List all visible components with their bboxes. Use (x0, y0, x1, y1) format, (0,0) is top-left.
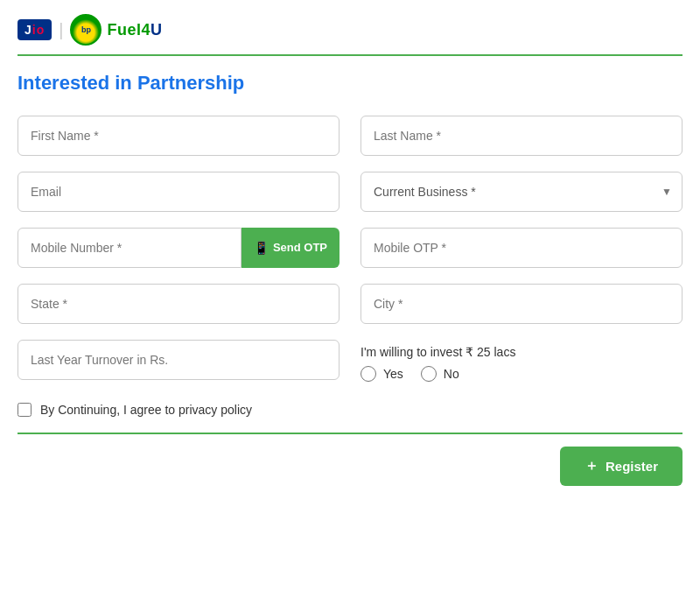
invest-no-text: No (444, 367, 459, 381)
send-otp-label: Send OTP (273, 241, 327, 256)
invest-yes-label[interactable]: Yes (360, 366, 403, 382)
mobile-number-field: 📱 Send OTP (18, 228, 340, 268)
send-otp-button[interactable]: 📱 Send OTP (242, 228, 340, 268)
bottom-bar: ＋ Register (18, 433, 682, 486)
bp-circle-logo: bp (70, 14, 102, 46)
email-input[interactable] (18, 172, 340, 212)
last-name-field (360, 116, 682, 156)
plus-icon: ＋ (584, 457, 598, 475)
bp-logo-wrapper: bp Fuel4U (70, 14, 162, 46)
privacy-checkbox[interactable] (18, 403, 32, 417)
current-business-field: Current Business * Retail Wholesale Manu… (360, 172, 682, 212)
invest-no-label[interactable]: No (421, 366, 459, 382)
form-grid-top: Current Business * Retail Wholesale Manu… (18, 116, 682, 324)
turnover-field (18, 340, 340, 387)
privacy-label: By Continuing, I agree to privacy policy (40, 403, 252, 417)
turnover-input[interactable] (18, 340, 340, 380)
privacy-checkbox-row: By Continuing, I agree to privacy policy (18, 403, 682, 417)
register-label: Register (606, 459, 658, 474)
mobile-otp-field (360, 228, 682, 268)
turnover-invest-row: I'm willing to invest ₹ 25 lacs Yes No (18, 340, 682, 387)
last-name-input[interactable] (360, 116, 682, 156)
page-title: Interested in Partnership (18, 72, 682, 95)
phone-icon: 📱 (254, 240, 269, 256)
logo-divider: | (59, 20, 63, 40)
current-business-select[interactable]: Current Business * Retail Wholesale Manu… (360, 172, 682, 212)
invest-yes-radio[interactable] (360, 366, 376, 382)
invest-section: I'm willing to invest ₹ 25 lacs Yes No (360, 340, 682, 387)
invest-no-radio[interactable] (421, 366, 437, 382)
first-name-field (18, 116, 340, 156)
register-button[interactable]: ＋ Register (560, 447, 682, 486)
logo-bar: Jio | bp Fuel4U (18, 14, 682, 56)
mobile-otp-input[interactable] (360, 228, 682, 268)
mobile-number-input[interactable] (18, 228, 242, 268)
first-name-input[interactable] (18, 116, 340, 156)
invest-label: I'm willing to invest ₹ 25 lacs (360, 345, 682, 359)
city-field (360, 284, 682, 324)
city-input[interactable] (360, 284, 682, 324)
partnership-form: Current Business * Retail Wholesale Manu… (18, 116, 682, 417)
email-field (18, 172, 340, 212)
jio-logo: Jio (18, 19, 52, 40)
mobile-row: 📱 Send OTP (18, 228, 340, 268)
state-field (18, 284, 340, 324)
state-input[interactable] (18, 284, 340, 324)
invest-yes-text: Yes (383, 367, 403, 381)
fuel4u-text: Fuel4U (107, 21, 162, 39)
